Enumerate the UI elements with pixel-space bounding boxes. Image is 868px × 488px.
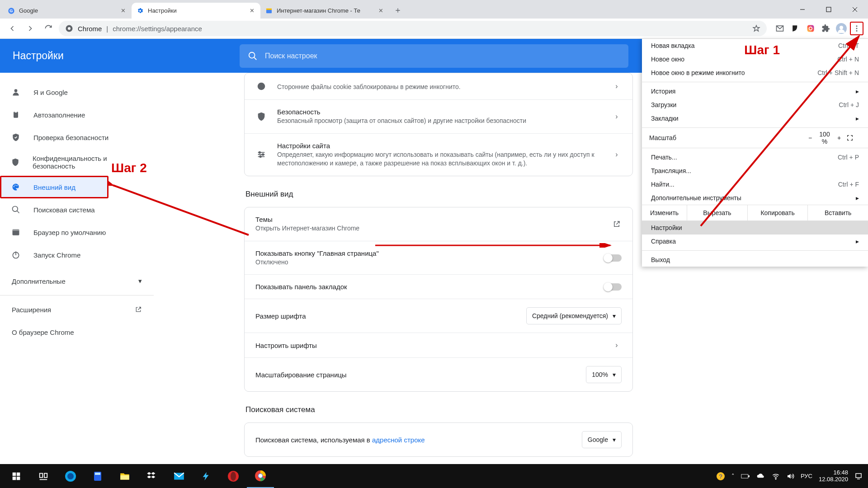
row-themes[interactable]: ТемыОткрыть Интернет-магазин Chrome — [245, 207, 632, 241]
menu-new-window[interactable]: Новое окноCtrl + N — [642, 52, 868, 66]
menu-paste[interactable]: Вставить — [808, 205, 868, 221]
tray-language[interactable]: РУС — [801, 473, 812, 479]
menu-downloads[interactable]: ЗагрузкиCtrl + J — [642, 98, 868, 112]
address-bar[interactable]: Chrome | chrome://settings/appearance — [59, 21, 767, 36]
sidebar-item-safety-check[interactable]: Проверка безопасности — [0, 126, 144, 149]
tab-webstore[interactable]: Интернет-магазин Chrome - Те ✕ — [260, 3, 389, 19]
address-bar-link[interactable]: адресной строке — [372, 436, 425, 444]
toggle-bookmark-bar[interactable] — [604, 283, 622, 291]
taskbar-dropbox[interactable] — [138, 464, 165, 488]
sidebar-item-on-startup[interactable]: Запуск Chrome — [0, 244, 144, 266]
row-site-settings[interactable]: Настройки сайтаОпределяет, какую информа… — [245, 133, 632, 176]
zoom-in-button[interactable]: + — [832, 134, 846, 141]
menu-settings[interactable]: Настройки — [642, 221, 868, 235]
sidebar-item-you-and-google[interactable]: Я и Google — [0, 81, 144, 103]
close-button[interactable] — [842, 0, 868, 19]
sidebar-about[interactable]: О браузере Chrome — [0, 321, 154, 343]
close-icon[interactable]: ✕ — [377, 7, 385, 15]
tray-notifications-icon[interactable] — [854, 472, 863, 480]
menu-find[interactable]: Найти...Ctrl + F — [642, 178, 868, 191]
new-tab-button[interactable] — [391, 4, 405, 17]
reload-button[interactable] — [41, 21, 56, 36]
svg-point-28 — [262, 154, 264, 155]
menu-history[interactable]: История▸ — [642, 84, 868, 98]
taskbar-edge[interactable] — [57, 464, 84, 488]
menu-cut[interactable]: Вырезать — [687, 205, 748, 221]
taskbar-mail[interactable] — [165, 464, 193, 488]
menu-more-tools[interactable]: Дополнительные инструменты▸ — [642, 191, 868, 205]
chevron-right-icon: ▸ — [856, 115, 859, 122]
menu-copy[interactable]: Копировать — [748, 205, 808, 221]
menu-incognito[interactable]: Новое окно в режиме инкогнитоCtrl + Shif… — [642, 66, 868, 80]
row-font-size[interactable]: Размер шрифта Средний (рекомендуется)▾ — [245, 299, 632, 333]
forward-button[interactable] — [23, 21, 38, 36]
tray-battery-icon[interactable] — [741, 473, 750, 479]
extensions-icon[interactable] — [819, 22, 833, 35]
row-page-zoom[interactable]: Масштабирование страницы 100%▾ — [245, 357, 632, 391]
tray-clock[interactable]: 16:4812.08.2020 — [819, 469, 848, 483]
star-icon[interactable] — [752, 24, 760, 33]
row-home-button[interactable]: Показывать кнопку "Главная страница"Откл… — [245, 241, 632, 275]
row-security[interactable]: БезопасностьБезопасный просмотр (защита … — [245, 99, 632, 133]
font-size-select[interactable]: Средний (рекомендуется)▾ — [526, 307, 622, 324]
settings-search[interactable] — [240, 44, 628, 68]
chevron-down-icon: ▾ — [613, 371, 616, 378]
svg-point-11 — [840, 26, 843, 29]
row-search-engine[interactable]: Поисковая система, используемая в адресн… — [245, 423, 632, 456]
back-button[interactable] — [5, 21, 20, 36]
tray-onedrive-icon[interactable] — [756, 473, 765, 479]
sidebar-item-default-browser[interactable]: Браузер по умолчанию — [0, 221, 144, 244]
profile-avatar[interactable] — [835, 22, 848, 35]
sidebar-advanced[interactable]: Дополнительные▾ — [0, 270, 154, 292]
person-icon — [11, 87, 21, 97]
tray-wifi-icon[interactable] — [772, 472, 780, 480]
svg-rect-43 — [120, 475, 129, 479]
tab-settings[interactable]: Настройки ✕ — [132, 3, 260, 19]
menu-print[interactable]: Печать...Ctrl + P — [642, 150, 868, 164]
svg-point-29 — [259, 156, 261, 158]
fullscreen-icon[interactable] — [846, 134, 861, 141]
chrome-menu-button[interactable] — [850, 22, 863, 35]
sidebar-item-appearance[interactable]: Внешний вид — [0, 176, 108, 198]
taskbar-thunder[interactable] — [193, 464, 220, 488]
maximize-button[interactable] — [816, 0, 842, 19]
settings-content: Сторонние файлы cookie заблокированы в р… — [244, 73, 633, 473]
minimize-button[interactable] — [789, 0, 816, 19]
row-bookmark-bar[interactable]: Показывать панель закладок — [245, 274, 632, 299]
close-icon[interactable]: ✕ — [248, 7, 256, 15]
sidebar-extensions[interactable]: Расширения — [0, 298, 154, 321]
tray-chevron-up-icon[interactable]: ˄ — [731, 473, 735, 479]
zoom-out-button[interactable]: − — [803, 134, 817, 141]
sidebar-item-privacy[interactable]: Конфиденциальность и безопасность — [0, 149, 144, 176]
mail-icon[interactable] — [773, 22, 787, 35]
taskbar-opera[interactable] — [220, 464, 247, 488]
sidebar-item-search-engine[interactable]: Поисковая система — [0, 198, 144, 221]
taskbar-calculator[interactable] — [84, 464, 111, 488]
task-view-button[interactable] — [30, 464, 57, 488]
shield-icon — [11, 157, 20, 167]
menu-help[interactable]: Справка▸ — [642, 235, 868, 248]
svg-point-54 — [775, 479, 776, 479]
instagram-icon[interactable] — [804, 22, 817, 35]
row-cookies[interactable]: Сторонние файлы cookie заблокированы в р… — [245, 73, 632, 99]
menu-cast[interactable]: Трансляция... — [642, 164, 868, 178]
tray-help-icon[interactable]: ? — [716, 472, 725, 481]
start-button[interactable] — [3, 464, 30, 488]
cookie-icon — [255, 81, 267, 91]
menu-new-tab[interactable]: Новая вкладкаCtrl + T — [642, 39, 868, 52]
row-customize-fonts[interactable]: Настроить шрифты › — [245, 333, 632, 357]
search-input[interactable] — [265, 52, 620, 60]
taskbar-explorer[interactable] — [111, 464, 138, 488]
menu-exit[interactable]: Выход — [642, 253, 868, 267]
close-icon[interactable]: ✕ — [119, 7, 127, 15]
menu-bookmarks[interactable]: Закладки▸ — [642, 112, 868, 125]
page-zoom-select[interactable]: 100%▾ — [586, 366, 622, 383]
tab-google[interactable]: G Google ✕ — [3, 3, 132, 19]
surfshark-icon[interactable] — [788, 22, 802, 35]
toggle-home-button[interactable] — [604, 254, 622, 262]
tray-volume-icon[interactable] — [786, 472, 794, 480]
sidebar-item-autofill[interactable]: Автозаполнение — [0, 103, 144, 126]
svg-point-14 — [856, 30, 858, 32]
taskbar-chrome[interactable] — [247, 464, 274, 488]
search-engine-select[interactable]: Google▾ — [582, 431, 622, 448]
